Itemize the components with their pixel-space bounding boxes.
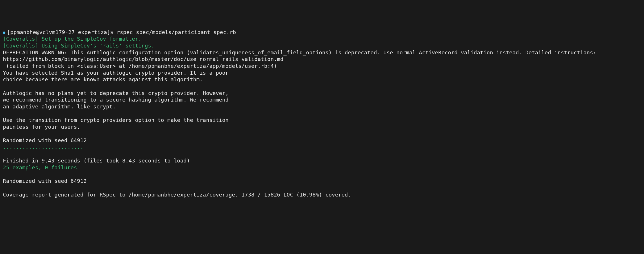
terminal-line [3, 83, 641, 90]
terminal-line: DEPRECATION WARNING: This Authlogic conf… [3, 49, 641, 56]
terminal-line [3, 151, 641, 158]
terminal-line: painless for your users. [3, 124, 641, 130]
terminal-line: we recommend transitioning to a secure h… [3, 96, 641, 103]
terminal-line: https://github.com/binarylogic/authlogic… [3, 56, 641, 63]
terminal-line: Authlogic has no plans yet to deprecate … [3, 90, 641, 97]
terminal-line [3, 130, 641, 137]
terminal-line: an adaptive algorithm, like scrypt. [3, 103, 641, 110]
terminal-line: Use the transition_from_crypto_providers… [3, 117, 641, 124]
terminal-line: You have selected Sha1 as your authlogic… [3, 70, 641, 76]
terminal-output[interactable]: ●[ppmanbhe@vclvm179-27 expertiza]$ rspec… [3, 29, 641, 198]
terminal-line: Finished in 9.43 seconds (files took 8.4… [3, 157, 641, 164]
shell-prompt: [ppmanbhe@vclvm179-27 expertiza]$ [7, 29, 117, 35]
terminal-line: Randomized with seed 64912 [3, 137, 641, 144]
terminal-line: [Coveralls] Using SimpleCov's 'rails' se… [3, 42, 641, 49]
terminal-line [3, 171, 641, 178]
terminal-line: ......................... [3, 144, 641, 151]
terminal-line: choice because there are known attacks a… [3, 76, 641, 83]
terminal-line: Randomized with seed 64912 [3, 178, 641, 184]
terminal-line [3, 110, 641, 117]
terminal-line: [Coveralls] Set up the SimpleCov formatt… [3, 35, 641, 42]
prompt-bullet-icon: ● [3, 30, 5, 35]
terminal-line: Coverage report generated for RSpec to /… [3, 191, 641, 198]
terminal-line: (called from block in <class:User> at /h… [3, 63, 641, 70]
terminal-line: 25 examples, 0 failures [3, 164, 641, 171]
command-text: rspec spec/models/participant_spec.rb [117, 29, 236, 35]
terminal-line [3, 184, 641, 191]
